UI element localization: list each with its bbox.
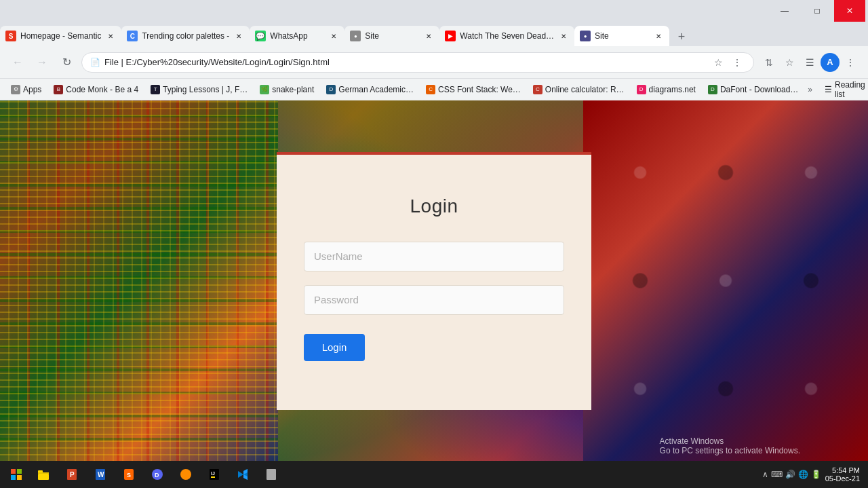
tab-close-4[interactable]: ✕: [423, 31, 434, 41]
taskbar-app-word[interactable]: W: [87, 462, 114, 487]
tab-favicon-1: S: [5, 31, 16, 41]
svg-rect-0: [11, 469, 16, 474]
svg-rect-1: [17, 469, 22, 474]
taskbar-app-powerpoint[interactable]: P: [58, 462, 85, 487]
browser-tune-icon[interactable]: ⋮: [729, 54, 745, 71]
bookmark-german[interactable]: D German Academic…: [321, 81, 419, 98]
tab-title-6: Site: [595, 31, 649, 41]
taskbar-app-vscode[interactable]: [229, 462, 256, 487]
tab-youtube[interactable]: ▶ Watch The Seven Dead… ✕: [439, 26, 574, 46]
bookmark-label-css: CSS Font Stack: We…: [438, 85, 521, 94]
bookmark-button[interactable]: ☆: [780, 53, 799, 72]
tab-title-4: Site: [365, 31, 419, 41]
svg-text:P: P: [70, 471, 75, 478]
login-button[interactable]: Login: [304, 334, 365, 361]
new-tab-button[interactable]: +: [672, 27, 691, 46]
speaker-icon[interactable]: 🔊: [785, 470, 795, 479]
tab-favicon-6: ●: [580, 31, 591, 41]
vscode-icon: [236, 468, 250, 481]
address-bar-input-wrap[interactable]: 📄 File | E:/Cyber%20security/Website/Log…: [81, 52, 754, 73]
back-button[interactable]: ←: [8, 53, 27, 72]
reading-list-icon: ☰: [825, 85, 832, 94]
reload-button[interactable]: ↻: [57, 53, 76, 72]
username-input[interactable]: [304, 242, 564, 271]
tab-bar: S Homepage - Semantic ✕ C Trending color…: [0, 22, 868, 46]
tab-whatsapp[interactable]: 💬 WhatsApp ✕: [250, 26, 344, 46]
maximize-button[interactable]: □: [802, 0, 833, 22]
minimize-button[interactable]: —: [769, 0, 800, 22]
bookmark-css[interactable]: C CSS Font Stack: We…: [420, 81, 526, 98]
tab-close-2[interactable]: ✕: [233, 31, 244, 41]
taskbar-app-blank[interactable]: [258, 462, 285, 487]
svg-text:D: D: [155, 472, 159, 478]
bookmark-favicon-calc: C: [533, 85, 542, 94]
bookmark-star-icon[interactable]: ☆: [710, 54, 726, 71]
tab-favicon-5: ▶: [445, 31, 456, 41]
title-bar: — □ ✕: [0, 0, 868, 22]
file-explorer-icon: [37, 468, 50, 481]
taskbar-app-discord[interactable]: D: [144, 462, 171, 487]
download-page-button[interactable]: ⇅: [760, 53, 778, 72]
reading-list-button[interactable]: ☰ Reading list: [819, 81, 868, 98]
bookmark-label-dafont: DaFont - Download…: [720, 85, 798, 94]
up-arrow-icon[interactable]: ∧: [762, 470, 768, 479]
svg-rect-2: [11, 475, 16, 480]
tab-favicon-4: ●: [350, 31, 361, 41]
password-input[interactable]: [304, 285, 564, 315]
taskbar-clock[interactable]: 5:54 PM 05-Dec-21: [825, 466, 860, 483]
forward-button[interactable]: →: [33, 53, 52, 72]
tab-close-5[interactable]: ✕: [558, 31, 569, 41]
bookmark-dafont[interactable]: D DaFont - Download…: [703, 81, 804, 98]
close-button[interactable]: ✕: [834, 0, 865, 22]
bookmark-favicon-apps: ⚙: [11, 85, 20, 94]
tab-search-button[interactable]: ☰: [800, 53, 819, 72]
taskbar-app-intellij[interactable]: IJ: [201, 462, 228, 487]
tab-site-active[interactable]: ● Site ✕: [574, 26, 669, 46]
browser-window: — □ ✕ S Homepage - Semantic ✕ C Trending…: [0, 0, 868, 488]
taskbar-app-orange[interactable]: [172, 462, 199, 487]
window-controls: — □ ✕: [769, 0, 865, 22]
blank-app-icon: [264, 468, 278, 481]
start-button[interactable]: [3, 462, 30, 487]
windows-logo-icon: [11, 469, 22, 480]
tab-site1[interactable]: ● Site ✕: [344, 26, 439, 46]
orange-app-icon: [179, 468, 193, 481]
toolbar-icons: ⇅ ☆ ☰ A ⋮: [760, 53, 860, 72]
tab-trending[interactable]: C Trending color palettes - ✕: [121, 26, 250, 46]
taskbar: P W S D: [0, 461, 868, 488]
bookmark-apps[interactable]: ⚙ Apps: [5, 81, 47, 98]
menu-button[interactable]: ⋮: [841, 53, 860, 72]
bookmark-calc[interactable]: C Online calculator: R…: [528, 81, 630, 98]
tab-homepage[interactable]: S Homepage - Semantic ✕: [0, 26, 121, 46]
time-display: 5:54 PM: [825, 466, 860, 474]
bookmark-snakeplant[interactable]: 🌿 snake-plant: [254, 81, 319, 98]
login-card: Login Login: [277, 152, 591, 410]
svg-point-15: [180, 469, 191, 480]
taskbar-app-sublimetext[interactable]: S: [115, 462, 142, 487]
battery-icon[interactable]: 🔋: [811, 470, 821, 479]
svg-text:S: S: [127, 472, 131, 478]
tab-close-3[interactable]: ✕: [328, 31, 339, 41]
bookmark-label-calc: Online calculator: R…: [545, 85, 625, 94]
tab-close-6[interactable]: ✕: [653, 31, 664, 41]
bookmark-label-diagrams: diagrams.net: [649, 85, 696, 94]
bookmark-codemonk[interactable]: B Code Monk - Be a 4: [48, 81, 144, 98]
bookmarks-more-button[interactable]: »: [805, 85, 815, 94]
fabric-right-bg: [583, 100, 868, 461]
svg-rect-19: [267, 469, 276, 480]
taskbar-app-explorer[interactable]: [30, 462, 57, 487]
discord-icon: D: [151, 468, 164, 481]
bookmark-diagrams[interactable]: D diagrams.net: [631, 81, 701, 98]
word-icon: W: [94, 468, 107, 481]
address-icons: ☆ ⋮: [710, 54, 745, 71]
bookmark-favicon-codemonk: B: [54, 85, 63, 94]
tab-close-1[interactable]: ✕: [105, 31, 116, 41]
bookmark-favicon-diagrams: D: [637, 85, 646, 94]
network-icon[interactable]: 🌐: [798, 470, 808, 479]
bookmark-favicon-dafont: D: [708, 85, 717, 94]
svg-rect-5: [38, 474, 49, 480]
bookmark-typing[interactable]: T Typing Lessons | J, F…: [145, 81, 253, 98]
profile-button[interactable]: A: [821, 53, 840, 72]
svg-rect-3: [17, 475, 22, 480]
keyboard-icon[interactable]: ⌨: [771, 470, 783, 479]
